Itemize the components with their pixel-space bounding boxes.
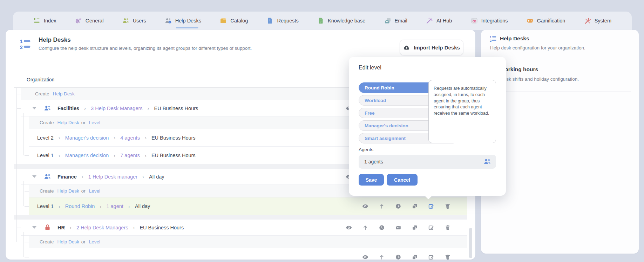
help-desk-name: HR — [57, 225, 65, 230]
nav-item-email[interactable]: Email — [384, 12, 407, 30]
nav-item-help-desks[interactable]: Help Desks — [165, 12, 201, 30]
level-row-finance-1-selected[interactable]: Level 1 › Round Robin › 1 agent › All da… — [29, 197, 467, 215]
promote-icon[interactable] — [362, 224, 368, 231]
nav-item-integrations[interactable]: Integrations — [471, 12, 508, 30]
schedule-label: All day — [135, 203, 150, 209]
duplicate-icon[interactable] — [412, 203, 418, 209]
nav-item-users[interactable]: Users — [122, 12, 146, 30]
schedule-label: EU Business Hours — [140, 225, 184, 230]
nav-item-catalog[interactable]: Catalog — [220, 12, 248, 30]
delete-icon[interactable] — [445, 203, 451, 209]
integrations-icon — [471, 17, 478, 24]
import-help-desks-button[interactable]: Import Help Desks — [400, 40, 463, 55]
help-desk-name: Finance — [57, 174, 77, 180]
create-level-link[interactable]: Level — [89, 120, 100, 125]
help-desk-name: Facilities — [57, 106, 79, 111]
agents-input[interactable]: 1 agents — [359, 155, 496, 169]
collapse-caret-icon[interactable] — [32, 175, 36, 178]
schedule-label: EU Business Hours — [154, 106, 198, 111]
modal-title: Edit level — [359, 65, 381, 71]
create-help-desk-link[interactable]: Help Desk — [57, 120, 79, 125]
promote-icon[interactable] — [379, 203, 385, 209]
promote-icon[interactable] — [379, 254, 385, 260]
email-icon — [384, 17, 391, 24]
agents-link[interactable]: 1 agent — [106, 203, 123, 209]
nav-item-ai-hub[interactable]: AI Hub — [426, 12, 452, 30]
edit-icon-active[interactable] — [428, 203, 434, 209]
view-icon[interactable] — [362, 254, 368, 260]
create-help-desk-link[interactable]: Help Desk — [57, 239, 79, 244]
managers-link[interactable]: 2 Help Desk Managers — [76, 225, 128, 230]
group-gap — [14, 215, 467, 220]
page-subtitle: Configure the help desk structure and le… — [39, 46, 252, 51]
gear-icon — [75, 17, 82, 24]
managers-link[interactable]: 1 Help Desk manager — [88, 174, 137, 180]
tree-branch-line — [23, 232, 24, 257]
nav-item-knowledge-base[interactable]: Knowledge base — [317, 12, 365, 30]
svg-text:2: 2 — [20, 45, 23, 50]
assignment-link[interactable]: Manager's decision — [65, 153, 109, 158]
agents-link[interactable]: 4 agents — [120, 135, 140, 141]
nav-item-gamification[interactable]: Gamification — [527, 12, 565, 30]
assignment-link[interactable]: Round Robin — [65, 203, 95, 209]
schedule-label: EU Business Hours — [151, 153, 196, 158]
collapse-caret-icon[interactable] — [32, 107, 36, 109]
save-button[interactable]: Save — [359, 174, 384, 186]
level-name: Level 1 — [37, 203, 54, 209]
divider — [359, 76, 496, 76]
schedule-label: EU Business Hours — [151, 135, 196, 141]
nav-item-system[interactable]: System — [584, 12, 611, 30]
gamepad-icon — [527, 17, 534, 24]
agents-link[interactable]: 7 agents — [120, 153, 140, 158]
top-navigation: Index General Users Help Desks Catalog R… — [13, 12, 632, 30]
users-icon — [122, 17, 129, 24]
level-row-hr-partial[interactable] — [29, 248, 467, 260]
help-desk-row-hr[interactable]: HR › 2 Help Desk Managers › EU Business … — [21, 220, 467, 236]
agents-users-icon — [483, 158, 491, 166]
svg-text:1: 1 — [20, 39, 23, 44]
sidebar-section-subtitle: Help desk configuration for your organiz… — [490, 45, 585, 51]
duplicate-icon[interactable] — [412, 254, 418, 260]
delete-icon[interactable] — [445, 254, 451, 260]
tools-icon — [584, 17, 591, 24]
ordered-list-icon: 12 — [19, 38, 31, 50]
nav-item-general[interactable]: General — [75, 12, 104, 30]
magic-wand-icon — [426, 17, 433, 24]
view-icon[interactable] — [362, 203, 368, 209]
delete-icon[interactable] — [445, 224, 451, 231]
group-users-icon — [44, 173, 51, 180]
cloud-upload-icon — [403, 44, 410, 51]
cancel-button[interactable]: Cancel — [387, 174, 418, 186]
create-help-desk-link[interactable]: Help Desk — [53, 91, 75, 96]
sidebar-section-title: Help Desks — [500, 35, 529, 42]
create-level-link[interactable]: Level — [89, 239, 100, 244]
agents-label: Agents — [359, 147, 373, 152]
page-title: Help Desks — [39, 36, 71, 43]
duplicate-icon[interactable] — [412, 224, 418, 231]
assignment-tooltip: Requests are automatically assigned, in … — [428, 80, 496, 143]
schedule-label: All day — [149, 174, 164, 180]
assignment-link[interactable]: Manager's decision — [65, 135, 109, 141]
create-help-desk-link[interactable]: Help Desk — [57, 188, 79, 194]
level-name: Level 2 — [37, 135, 54, 141]
edit-icon[interactable] — [428, 224, 434, 231]
nav-item-requests[interactable]: Requests — [266, 12, 298, 30]
create-level-link[interactable]: Level — [89, 188, 100, 194]
svg-text:1: 1 — [490, 35, 492, 39]
edit-icon[interactable] — [428, 254, 434, 260]
svg-text:2: 2 — [490, 39, 492, 42]
schedule-icon[interactable] — [379, 224, 385, 231]
schedule-icon[interactable] — [395, 254, 401, 260]
schedule-icon[interactable] — [395, 203, 401, 209]
email-settings-icon[interactable] — [395, 224, 401, 231]
help-desks-icon — [165, 17, 172, 24]
ordered-list-icon: 12 — [489, 35, 497, 42]
collapse-caret-icon[interactable] — [32, 226, 36, 229]
knowledge-document-icon — [317, 17, 324, 24]
group-users-icon — [44, 105, 51, 112]
view-icon[interactable] — [346, 224, 352, 231]
vertical-scrollbar[interactable] — [469, 228, 472, 258]
level-name: Level 1 — [37, 153, 54, 158]
managers-link[interactable]: 3 Help Desk Managers — [91, 106, 143, 111]
nav-item-index[interactable]: Index — [33, 12, 56, 30]
